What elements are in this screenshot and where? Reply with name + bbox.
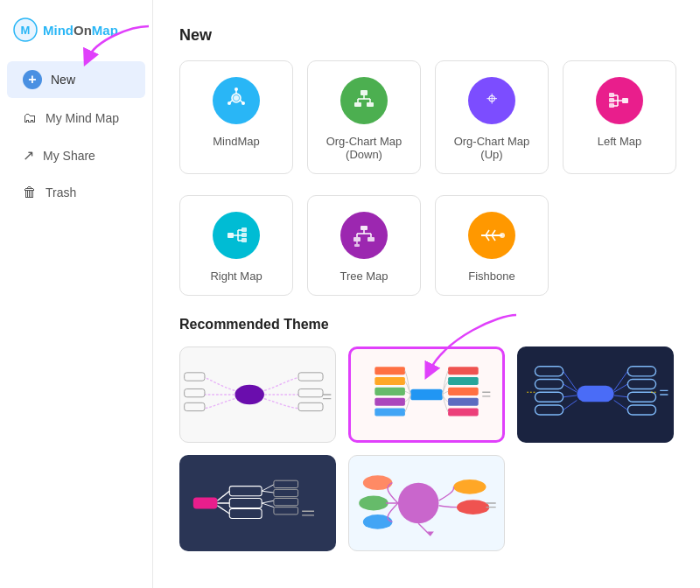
- svg-line-102: [262, 491, 274, 493]
- svg-rect-60: [410, 389, 442, 401]
- svg-rect-62: [374, 377, 405, 385]
- svg-line-85: [564, 400, 578, 410]
- right-map-icon: [213, 212, 260, 259]
- svg-point-3: [234, 95, 239, 101]
- template-grid-row2: Right Map Tree Map: [179, 195, 674, 296]
- svg-point-9: [242, 102, 245, 105]
- svg-rect-52: [185, 373, 205, 381]
- svg-rect-26: [609, 103, 614, 108]
- svg-line-88: [614, 396, 628, 397]
- svg-rect-74: [535, 367, 563, 376]
- sidebar-item-new-label: New: [51, 73, 75, 87]
- svg-line-89: [614, 400, 628, 410]
- svg-rect-107: [274, 498, 298, 505]
- svg-point-115: [453, 480, 486, 494]
- template-card-org-chart-up[interactable]: ⌖ Org-Chart Map (Up): [435, 60, 549, 174]
- svg-point-111: [398, 483, 439, 524]
- svg-rect-64: [374, 398, 405, 406]
- svg-rect-54: [185, 402, 205, 410]
- new-plus-icon: +: [23, 70, 42, 89]
- svg-rect-65: [374, 408, 405, 416]
- fishbone-icon: [468, 212, 515, 259]
- svg-line-103: [262, 500, 274, 503]
- recommended-title: Recommended Theme: [179, 317, 674, 332]
- svg-rect-69: [448, 398, 479, 406]
- template-card-mindmap[interactable]: MindMap: [179, 60, 293, 174]
- theme-card-colorful[interactable]: [348, 346, 505, 443]
- svg-rect-61: [374, 367, 405, 374]
- theme-card-purple[interactable]: [348, 455, 505, 551]
- template-card-right-map[interactable]: Right Map: [179, 195, 293, 296]
- svg-rect-35: [242, 238, 247, 242]
- theme-card-dark[interactable]: [517, 346, 674, 443]
- svg-rect-75: [535, 380, 563, 389]
- svg-rect-16: [367, 102, 374, 107]
- my-share-icon: ↗: [23, 147, 34, 164]
- theme-grid: [179, 346, 674, 551]
- main-content: New MindMap: [153, 0, 700, 588]
- org-chart-up-label: Org-Chart Map (Up): [444, 135, 539, 161]
- template-card-org-chart-down[interactable]: Org-Chart Map (Down): [307, 60, 421, 174]
- theme-preview-colorful: [351, 349, 502, 440]
- sidebar-item-trash-label: Trash: [46, 186, 76, 200]
- svg-rect-108: [274, 508, 298, 514]
- svg-rect-73: [577, 386, 613, 402]
- svg-line-97: [217, 506, 229, 514]
- sidebar-item-my-share[interactable]: ↗ My Share: [7, 138, 145, 172]
- svg-rect-25: [609, 98, 614, 102]
- svg-text:M: M: [21, 24, 31, 37]
- sidebar-item-my-share-label: My Share: [43, 149, 95, 163]
- svg-rect-80: [627, 392, 655, 402]
- left-map-label: Left Map: [598, 135, 642, 148]
- svg-rect-76: [535, 392, 563, 402]
- svg-rect-63: [374, 388, 405, 396]
- template-card-left-map[interactable]: Left Map: [563, 60, 676, 174]
- svg-rect-100: [229, 508, 262, 518]
- svg-line-117: [418, 523, 430, 536]
- sidebar-item-new[interactable]: + New: [7, 61, 145, 98]
- svg-rect-18: [622, 98, 628, 103]
- theme-card-light[interactable]: [179, 346, 336, 443]
- svg-rect-36: [360, 226, 368, 230]
- svg-rect-56: [298, 388, 323, 396]
- trash-icon: 🗑: [23, 185, 37, 200]
- svg-rect-106: [274, 489, 298, 496]
- theme-preview-purple: [349, 456, 504, 550]
- svg-rect-70: [448, 408, 479, 416]
- logo-mind: Mind: [43, 23, 74, 38]
- recommended-section: Recommended Theme: [179, 317, 674, 551]
- mindmap-icon: [213, 77, 260, 124]
- left-map-icon: [596, 77, 643, 124]
- mindmap-label: MindMap: [213, 135, 259, 148]
- template-card-tree-map[interactable]: Tree Map: [307, 195, 421, 296]
- svg-rect-42: [368, 237, 374, 242]
- theme-card-dark2[interactable]: [179, 455, 336, 551]
- svg-rect-55: [298, 373, 323, 381]
- my-mind-map-icon: 🗂: [23, 110, 37, 126]
- logo-on: On: [74, 23, 92, 38]
- sidebar-item-my-mind-map[interactable]: 🗂 My Mind Map: [7, 102, 145, 135]
- fishbone-label: Fishbone: [468, 270, 514, 283]
- svg-point-116: [457, 500, 489, 514]
- svg-line-6: [240, 100, 242, 102]
- svg-rect-53: [185, 388, 205, 396]
- svg-rect-34: [242, 233, 247, 237]
- svg-line-86: [614, 371, 628, 390]
- template-card-fishbone[interactable]: Fishbone: [435, 195, 549, 296]
- svg-rect-44: [354, 244, 360, 247]
- svg-line-84: [564, 396, 578, 397]
- svg-rect-94: [193, 498, 218, 509]
- svg-rect-81: [627, 405, 655, 415]
- sidebar-item-trash[interactable]: 🗑 Trash: [7, 176, 145, 209]
- tree-map-label: Tree Map: [340, 270, 388, 283]
- svg-rect-67: [448, 377, 479, 385]
- org-chart-down-icon: [340, 77, 388, 124]
- sidebar-item-my-mind-map-label: My Mind Map: [46, 111, 119, 125]
- theme-preview-dark: [519, 348, 672, 441]
- svg-rect-68: [448, 388, 479, 396]
- svg-line-82: [564, 371, 578, 390]
- svg-rect-10: [360, 90, 368, 95]
- logo-icon: M: [13, 18, 38, 42]
- svg-point-50: [500, 233, 505, 238]
- svg-rect-24: [609, 93, 614, 97]
